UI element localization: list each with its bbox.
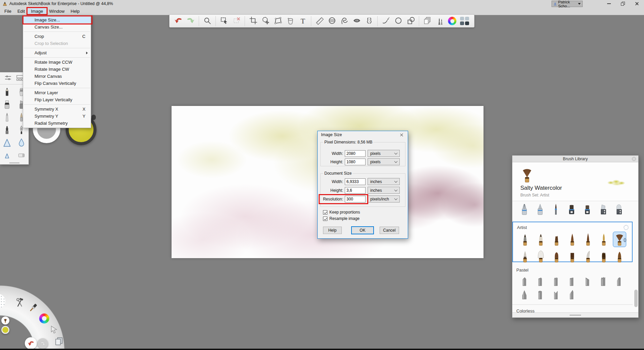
french-curve-icon[interactable] — [339, 16, 349, 26]
brush-thumb-dome[interactable] — [550, 248, 563, 264]
menubar-item-window[interactable]: Window — [46, 8, 68, 14]
undo-icon[interactable] — [173, 16, 183, 26]
redo-icon[interactable] — [185, 16, 196, 26]
zoom-icon[interactable] — [202, 16, 212, 26]
brush-thumb-stub[interactable] — [550, 232, 563, 247]
lagoon-cursor-icon[interactable] — [49, 325, 58, 334]
layers-icon[interactable] — [422, 16, 433, 26]
menu-item-symmetry-y[interactable]: Symmetry YY — [23, 113, 91, 120]
brush-thumb-wedge-b[interactable] — [612, 202, 626, 218]
brush-thumb-round-a[interactable] — [518, 232, 532, 247]
brush-thumb-nib[interactable] — [597, 232, 610, 247]
color-wheel-icon[interactable] — [447, 16, 457, 26]
text-icon[interactable]: T — [298, 16, 308, 26]
shapes-icon[interactable] — [405, 16, 416, 26]
tool-pencil[interactable] — [0, 85, 14, 98]
symmetry-icon[interactable] — [364, 16, 374, 26]
menu-item-mirror-layer[interactable]: Mirror Layer — [23, 89, 91, 96]
menu-item-radial-symmetry[interactable]: Radial Symmetry — [23, 120, 91, 127]
distort-icon[interactable] — [273, 16, 283, 26]
tool-eraser[interactable] — [14, 149, 29, 162]
doc-height-unit-select[interactable]: inches — [368, 187, 400, 194]
pastel-thumb-p9[interactable] — [533, 287, 547, 302]
minimize-button[interactable] — [602, 0, 616, 7]
panel-menu-button[interactable] — [632, 157, 636, 161]
perspective-icon[interactable] — [351, 16, 362, 26]
ellipse-guide-icon[interactable] — [327, 16, 337, 26]
lagoon-undo-button[interactable] — [25, 337, 37, 349]
ellipse-icon[interactable] — [393, 16, 403, 26]
menubar-item-help[interactable]: Help — [68, 8, 83, 14]
panel-resize-handle[interactable] — [570, 315, 581, 315]
pixel-height-input[interactable] — [345, 159, 366, 165]
brush-thumb-airbrush-a[interactable] — [518, 202, 531, 218]
menubar-item-edit[interactable]: Edit — [14, 8, 28, 14]
palette-resize-handle[interactable] — [9, 163, 19, 163]
swatches-icon[interactable] — [459, 16, 470, 26]
restore-button[interactable] — [616, 0, 630, 7]
pixel-height-unit-select[interactable]: pixels — [368, 158, 400, 165]
pastel-thumb-p11[interactable] — [565, 287, 578, 302]
crop-icon[interactable] — [248, 16, 258, 26]
brush-thumb-flame[interactable] — [518, 248, 532, 264]
dialog-close-button[interactable] — [397, 132, 407, 138]
brush-thumb-bush[interactable] — [597, 248, 610, 264]
doc-height-input[interactable] — [345, 187, 366, 194]
brush-thumb-point-a[interactable] — [566, 232, 579, 247]
menubar-item-file[interactable]: File — [1, 8, 14, 14]
tool-water-drop[interactable] — [14, 136, 29, 149]
menu-item-mirror-canvas[interactable]: Mirror Canvas — [23, 73, 91, 80]
brush-thumb-sword[interactable] — [581, 248, 595, 264]
doc-width-input[interactable] — [345, 178, 366, 185]
menu-item-canvas-size[interactable]: Canvas Size... — [23, 23, 91, 31]
menu-item-crop[interactable]: CropC — [23, 33, 91, 40]
brush-thumb-ink-pen[interactable] — [549, 202, 563, 218]
tool-smudge-triangle[interactable] — [0, 136, 14, 149]
panel-scrollbar-thumb[interactable] — [634, 290, 638, 307]
resample-image-checkbox[interactable] — [323, 217, 327, 221]
brushes-icon[interactable] — [435, 16, 445, 26]
ok-button[interactable]: OK — [351, 226, 374, 234]
resolution-unit-select[interactable]: pixels/inch — [368, 195, 400, 202]
menu-item-flip-canvas-vertically[interactable]: Flip Canvas Vertically — [23, 80, 91, 87]
tool-small-triangle[interactable] — [0, 149, 14, 162]
lagoon-redo-button[interactable] — [38, 338, 48, 349]
menu-item-adjust[interactable]: Adjust — [23, 49, 91, 56]
brush-thumb-round-b[interactable] — [534, 232, 548, 247]
brush-thumb-point-b[interactable] — [581, 232, 595, 247]
menu-item-image-size[interactable]: Image Size... — [23, 16, 91, 23]
lagoon-color-wheel-icon[interactable] — [39, 313, 49, 324]
doc-width-unit-select[interactable]: inches — [368, 178, 400, 185]
current-color-swatch[interactable] — [1, 326, 9, 334]
brush-thumb-cone[interactable] — [613, 248, 626, 264]
resolution-input[interactable] — [345, 196, 366, 202]
tool-marker[interactable] — [0, 98, 14, 111]
lagoon-tools-icon[interactable] — [15, 297, 25, 308]
brush-thumb-block[interactable] — [566, 248, 579, 264]
menu-item-rotate-image-ccw[interactable]: Rotate Image CCW — [23, 59, 91, 66]
reorder-handle-icon[interactable] — [623, 238, 627, 242]
tool-ballpoint-pen[interactable] — [0, 111, 14, 124]
brush-library-header[interactable]: Brush Library — [512, 156, 638, 162]
ruler-icon[interactable] — [314, 16, 325, 26]
menu-item-rotate-image-cw[interactable]: Rotate Image CW — [23, 66, 91, 73]
tool-felt-pen[interactable] — [0, 124, 14, 136]
menu-item-flip-layer-vertically[interactable]: Flip Layer Vertically — [23, 96, 91, 103]
sliders-icon[interactable] — [4, 74, 12, 82]
menu-item-symmetry-x[interactable]: Symmetry XX — [23, 106, 91, 113]
cancel-button[interactable]: Cancel — [380, 227, 399, 234]
deselect-icon[interactable] — [231, 16, 242, 26]
menubar-item-image[interactable]: Image — [28, 8, 46, 14]
brush-thumb-airbrush-b[interactable] — [533, 202, 547, 218]
pastel-thumb-p8[interactable] — [518, 287, 531, 302]
user-account-widget[interactable]: Patrick Scho... — [552, 1, 583, 7]
transform-icon[interactable] — [260, 16, 271, 26]
help-button[interactable]: Help — [323, 227, 342, 234]
lagoon-paintbrush-icon[interactable] — [28, 303, 38, 313]
lagoon-layers-icon[interactable] — [54, 337, 64, 346]
current-brush-puck[interactable] — [1, 316, 9, 325]
stroke-icon[interactable] — [381, 16, 391, 26]
dashed-circle-icon[interactable] — [624, 225, 629, 230]
select-icon[interactable] — [219, 16, 229, 26]
brush-thumb-mop[interactable] — [534, 248, 548, 264]
